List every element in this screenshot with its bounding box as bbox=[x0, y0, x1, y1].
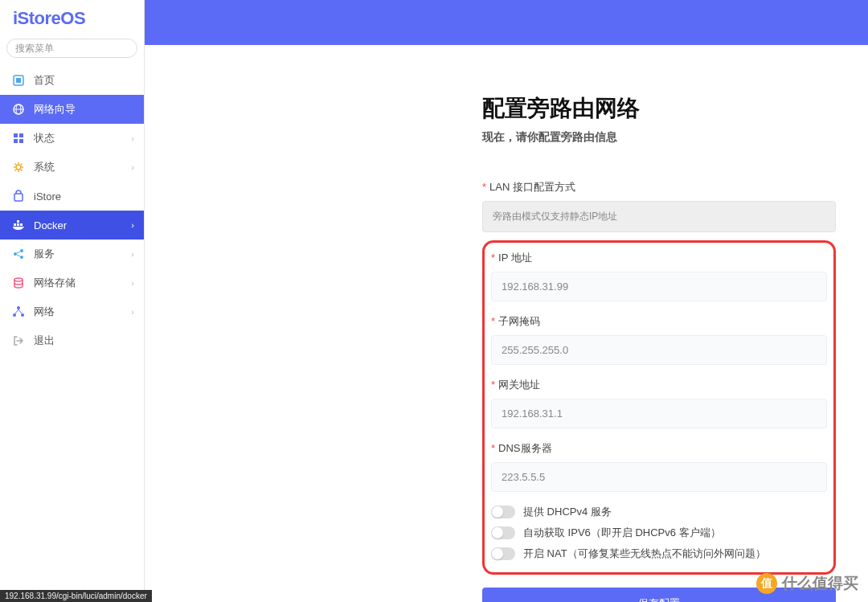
field-gateway: *网关地址 bbox=[491, 378, 827, 428]
sidebar-item-label: 服务 bbox=[34, 247, 55, 261]
content: 配置旁路由网络 现在，请你配置旁路由信息 *LAN 接口配置方式 旁路由模式仅支… bbox=[145, 45, 868, 602]
toggle-dhcpv4-label: 提供 DHCPv4 服务 bbox=[523, 505, 612, 519]
field-dns: *DNS服务器 bbox=[491, 441, 827, 492]
sidebar-item-logout[interactable]: 退出 bbox=[0, 326, 144, 355]
svg-line-25 bbox=[18, 309, 22, 313]
sidebar-item-istore[interactable]: iStore bbox=[0, 182, 144, 211]
sidebar-item-docker[interactable]: Docker › bbox=[0, 211, 144, 240]
docker-icon bbox=[11, 218, 26, 232]
toggle-nat[interactable] bbox=[491, 547, 515, 560]
sidebar-item-label: iStore bbox=[34, 190, 61, 203]
chevron-right-icon: › bbox=[131, 162, 134, 172]
sidebar-item-label: 网络向导 bbox=[34, 102, 76, 117]
svg-rect-14 bbox=[20, 223, 23, 226]
status-url: 192.168.31.99/cgi-bin/luci/admin/docker bbox=[0, 590, 152, 602]
svg-point-17 bbox=[20, 256, 23, 259]
chevron-right-icon: › bbox=[131, 307, 134, 317]
mask-label: 子网掩码 bbox=[498, 315, 540, 327]
sidebar-item-status[interactable]: 状态 › bbox=[0, 124, 144, 153]
toggle-nat-label: 开启 NAT（可修复某些无线热点不能访问外网问题） bbox=[523, 547, 766, 561]
svg-rect-12 bbox=[17, 223, 19, 226]
sidebar-item-storage[interactable]: 网络存储 › bbox=[0, 268, 144, 297]
sidebar: iStoreOS 首页 网络向导 状态 › 系统 › iStore bbox=[0, 0, 145, 602]
watermark-icon: 值 bbox=[756, 573, 777, 594]
svg-point-15 bbox=[14, 252, 17, 256]
sidebar-item-label: Docker bbox=[34, 219, 67, 231]
network-icon bbox=[11, 305, 26, 319]
sidebar-item-label: 系统 bbox=[34, 160, 55, 174]
sidebar-item-wizard[interactable]: 网络向导 bbox=[0, 95, 144, 124]
page-subtitle: 现在，请你配置旁路由信息 bbox=[482, 130, 836, 145]
logout-icon bbox=[11, 334, 26, 348]
sidebar-item-home[interactable]: 首页 bbox=[0, 66, 144, 95]
chevron-right-icon: › bbox=[131, 133, 134, 143]
svg-rect-1 bbox=[16, 78, 21, 83]
sidebar-item-network[interactable]: 网络 › bbox=[0, 297, 144, 326]
ip-label: IP 地址 bbox=[498, 252, 532, 264]
svg-rect-11 bbox=[14, 223, 16, 226]
field-mask: *子网掩码 bbox=[491, 314, 827, 365]
toggle-ipv6[interactable] bbox=[491, 526, 515, 539]
form: *LAN 接口配置方式 旁路由模式仅支持静态IP地址 *IP 地址 *子网掩码 … bbox=[482, 180, 836, 602]
svg-point-9 bbox=[16, 165, 21, 170]
home-icon bbox=[11, 73, 26, 88]
field-ip: *IP 地址 bbox=[491, 251, 827, 301]
chevron-right-icon: › bbox=[131, 278, 134, 288]
svg-rect-8 bbox=[19, 139, 23, 143]
gateway-label: 网关地址 bbox=[498, 379, 540, 391]
svg-rect-10 bbox=[14, 194, 23, 201]
dns-label: DNS服务器 bbox=[498, 442, 551, 454]
watermark: 值 什么值得买 bbox=[756, 573, 858, 594]
highlight-box: *IP 地址 *子网掩码 *网关地址 *DNS服务器 bbox=[482, 240, 836, 575]
svg-point-20 bbox=[14, 278, 23, 281]
toggle-nat-row: 开启 NAT（可修复某些无线热点不能访问外网问题） bbox=[491, 547, 827, 561]
share-icon bbox=[11, 247, 26, 261]
gateway-input[interactable] bbox=[491, 399, 827, 428]
watermark-text: 什么值得买 bbox=[782, 573, 858, 594]
dns-input[interactable] bbox=[491, 462, 827, 492]
database-icon bbox=[11, 276, 26, 290]
svg-rect-13 bbox=[17, 220, 19, 223]
toggle-ipv6-label: 自动获取 IPV6（即开启 DHCPv6 客户端） bbox=[523, 526, 721, 540]
gear-icon bbox=[11, 160, 26, 174]
sidebar-item-label: 网络存储 bbox=[34, 276, 76, 290]
chevron-right-icon: › bbox=[131, 249, 134, 259]
page-title: 配置旁路由网络 bbox=[482, 93, 836, 124]
toggle-dhcpv4[interactable] bbox=[491, 506, 515, 518]
svg-rect-5 bbox=[14, 133, 18, 137]
topbar bbox=[145, 0, 868, 45]
svg-line-18 bbox=[17, 252, 20, 253]
svg-rect-6 bbox=[19, 133, 23, 137]
lan-mode-value: 旁路由模式仅支持静态IP地址 bbox=[482, 201, 836, 232]
bag-icon bbox=[11, 189, 26, 203]
mask-input[interactable] bbox=[491, 335, 827, 365]
svg-point-21 bbox=[17, 306, 20, 309]
sidebar-item-services[interactable]: 服务 › bbox=[0, 240, 144, 268]
main: 配置旁路由网络 现在，请你配置旁路由信息 *LAN 接口配置方式 旁路由模式仅支… bbox=[145, 0, 868, 602]
field-lan-mode: *LAN 接口配置方式 旁路由模式仅支持静态IP地址 bbox=[482, 180, 836, 232]
sidebar-item-label: 状态 bbox=[34, 131, 55, 145]
svg-point-23 bbox=[21, 313, 24, 317]
toggle-ipv6-row: 自动获取 IPV6（即开启 DHCPv6 客户端） bbox=[491, 526, 827, 540]
chevron-right-icon: › bbox=[131, 220, 134, 230]
toggle-dhcpv4-row: 提供 DHCPv4 服务 bbox=[491, 505, 827, 519]
sidebar-item-label: 退出 bbox=[34, 334, 55, 348]
ip-input[interactable] bbox=[491, 272, 827, 301]
svg-point-22 bbox=[13, 313, 16, 317]
svg-line-24 bbox=[15, 309, 18, 313]
search-wrap bbox=[0, 35, 144, 66]
sidebar-item-label: 网络 bbox=[34, 305, 55, 319]
logo: iStoreOS bbox=[0, 0, 144, 35]
globe-icon bbox=[11, 102, 26, 117]
grid-icon bbox=[11, 131, 26, 145]
svg-line-19 bbox=[17, 255, 20, 256]
sidebar-item-label: 首页 bbox=[34, 73, 55, 88]
sidebar-item-system[interactable]: 系统 › bbox=[0, 153, 144, 182]
svg-rect-7 bbox=[14, 139, 18, 143]
lan-mode-label: LAN 接口配置方式 bbox=[489, 181, 575, 193]
svg-point-16 bbox=[20, 249, 23, 252]
search-input[interactable] bbox=[6, 39, 137, 58]
